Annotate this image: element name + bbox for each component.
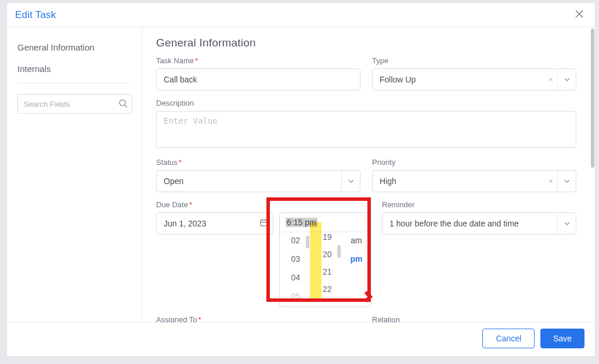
label-status: Status*: [156, 158, 360, 167]
sidebar-item-general-information[interactable]: General Information: [17, 38, 131, 59]
minutes-column[interactable]: 19 20 21 22: [312, 232, 344, 307]
due-date-input[interactable]: Jun 1, 2023: [156, 212, 273, 235]
hours-scrollbar[interactable]: [306, 236, 309, 248]
task-name-input[interactable]: [156, 69, 360, 91]
label-priority: Priority: [372, 158, 576, 167]
time-picker-value: 6:15 pm: [286, 218, 317, 227]
label-relation: Relation: [372, 315, 576, 322]
ampm-column[interactable]: am pm: [343, 232, 370, 307]
scrollbar-thumb[interactable]: [591, 28, 594, 168]
save-button[interactable]: Save: [540, 329, 584, 348]
edit-task-modal: Edit Task General Information Internals …: [6, 2, 596, 357]
status-value: Open: [164, 176, 341, 186]
minute-option[interactable]: 20: [323, 250, 332, 259]
svg-rect-1: [261, 220, 267, 226]
close-icon[interactable]: [572, 8, 587, 22]
form-scroll-area[interactable]: General Information Task Name* Type Foll…: [142, 27, 590, 322]
pm-option[interactable]: pm: [351, 254, 363, 264]
calendar-icon: [259, 218, 268, 229]
label-task-name: Task Name*: [156, 56, 360, 65]
am-option[interactable]: am: [351, 236, 362, 245]
content-pane: General Information Task Name* Type Foll…: [142, 27, 595, 322]
hour-option[interactable]: 04: [291, 273, 300, 282]
minute-option[interactable]: 19: [323, 232, 332, 242]
search-icon: [118, 99, 128, 108]
modal-footer: Cancel Save: [7, 322, 595, 356]
sidebar: General Information Internals: [7, 27, 142, 322]
hours-column[interactable]: 02 03 04 05: [280, 232, 312, 307]
hour-option[interactable]: 02: [291, 236, 300, 245]
minute-option[interactable]: 21: [323, 267, 332, 276]
label-description: Description: [156, 99, 576, 107]
chevron-down-icon: [557, 69, 576, 90]
minute-option[interactable]: 22: [323, 284, 332, 294]
status-select[interactable]: Open: [156, 170, 360, 192]
label-due-date: Due Date*: [156, 200, 370, 209]
cancel-button[interactable]: Cancel: [482, 329, 535, 348]
chevron-down-icon: [341, 171, 360, 192]
priority-value: High: [380, 176, 544, 186]
sidebar-item-internals[interactable]: Internals: [17, 59, 131, 81]
priority-select[interactable]: High ×: [372, 170, 576, 192]
section-title-general: General Information: [156, 37, 576, 49]
search-input[interactable]: [17, 94, 132, 114]
description-textarea[interactable]: [156, 111, 576, 148]
type-value: Follow Up: [380, 75, 544, 84]
reminder-value: 1 hour before the due date and time: [389, 219, 557, 228]
due-date-value: Jun 1, 2023: [164, 219, 259, 228]
time-picker-body: 02 03 04 05 19 20 21: [280, 232, 370, 307]
chevron-down-icon: [557, 213, 576, 234]
hour-option[interactable]: 03: [291, 254, 300, 264]
time-picker-popup[interactable]: 6:15 pm 02 03 04 05: [279, 212, 370, 307]
label-assigned-to: Assigned To*: [156, 315, 360, 322]
search-fields-wrap: [17, 94, 132, 114]
priority-clear-icon[interactable]: ×: [544, 176, 557, 186]
modal-title: Edit Task: [15, 9, 56, 21]
modal-header: Edit Task: [7, 3, 595, 27]
sidebar-divider: [17, 83, 131, 84]
modal-body: General Information Internals General In…: [7, 27, 595, 322]
svg-point-0: [120, 100, 125, 106]
reminder-select[interactable]: 1 hour before the due date and time: [382, 212, 576, 235]
type-clear-icon[interactable]: ×: [544, 75, 557, 84]
label-reminder: Reminder: [382, 200, 576, 209]
type-select[interactable]: Follow Up ×: [372, 69, 576, 91]
chevron-down-icon: [557, 171, 576, 192]
label-type: Type: [372, 56, 576, 65]
content-scrollbar[interactable]: [590, 27, 595, 322]
minutes-scrollbar[interactable]: [337, 245, 341, 258]
time-picker-header[interactable]: 6:15 pm: [280, 213, 370, 232]
